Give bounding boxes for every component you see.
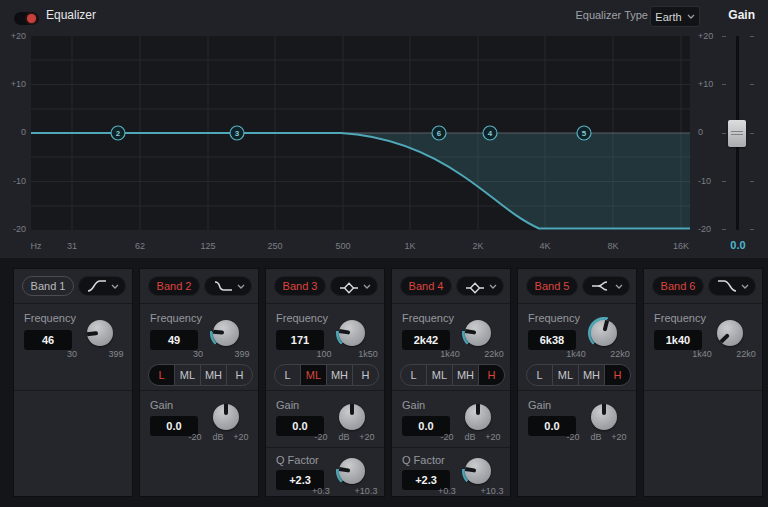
band-2-frequency-knob[interactable] — [210, 317, 242, 349]
equalizer-enable-toggle[interactable] — [14, 12, 39, 25]
knob-min-label: 1k40 — [687, 349, 717, 359]
band-2-shape-dropdown[interactable] — [204, 276, 252, 296]
band-4-button[interactable]: Band 4 — [400, 276, 452, 296]
y-tick-label: -10 — [2, 176, 26, 186]
panel-title: Equalizer — [46, 8, 96, 22]
band-2-button[interactable]: Band 2 — [148, 276, 200, 296]
frequency-label: Frequency — [402, 312, 454, 324]
gain-label: Gain — [528, 399, 551, 411]
gain-fader-handle[interactable] — [728, 120, 746, 147]
band-1-frequency-knob[interactable] — [84, 317, 116, 349]
range-ml-button[interactable]: ML — [552, 365, 578, 385]
range-mh-button[interactable]: MH — [200, 365, 226, 385]
band-2-gain-knob[interactable] — [210, 401, 242, 433]
knob-min-label: 30 — [183, 349, 213, 359]
q-factor-label: Q Factor — [402, 454, 445, 466]
band-4-handle[interactable]: 4 — [483, 126, 497, 140]
band-5-frequency-knob[interactable] — [588, 317, 620, 349]
x-tick-label: Hz — [16, 241, 56, 251]
band-5-handle[interactable]: 5 — [577, 126, 591, 140]
band-4-shape-dropdown[interactable] — [456, 276, 504, 296]
band-5-range-buttons: L ML MH H — [526, 364, 631, 386]
band-3-panel: Band 3 Frequency 171 100 1k50 — [265, 268, 385, 497]
band-4-q-knob[interactable] — [462, 455, 494, 487]
x-tick-label: 125 — [188, 241, 228, 251]
band-4-gain-knob[interactable] — [462, 401, 494, 433]
band-6-frequency-knob[interactable] — [714, 317, 746, 349]
frequency-label: Frequency — [24, 312, 76, 324]
knob-max-label: +10.3 — [351, 486, 381, 496]
band-2-frequency-value[interactable]: 49 — [150, 330, 198, 350]
range-ml-button[interactable]: ML — [426, 365, 452, 385]
knob-max-label: +20 — [604, 432, 634, 442]
x-tick-label: 4K — [525, 241, 565, 251]
range-h-button[interactable]: H — [352, 365, 378, 385]
knob-max-label: +10.3 — [477, 486, 507, 496]
svg-text:6: 6 — [437, 129, 442, 138]
knob-min-label: +0.3 — [432, 486, 462, 496]
range-l-button[interactable]: L — [275, 365, 300, 385]
band-2-range-buttons: L ML MH H — [148, 364, 253, 386]
top-bar: Equalizer Equalizer Type Earth Gain — [0, 0, 768, 30]
band-2-handle[interactable]: 2 — [111, 126, 125, 140]
band-6-shape-dropdown[interactable] — [708, 276, 756, 296]
y-tick-label: +20 — [2, 31, 26, 41]
band-1-frequency-value[interactable]: 46 — [24, 330, 72, 350]
range-mh-button[interactable]: MH — [452, 365, 478, 385]
band-2-panel: Band 2 Frequency 49 30 399 — [139, 268, 259, 497]
equalizer-window: Equalizer Equalizer Type Earth Gain +20 … — [0, 0, 768, 507]
fader-scale-label: -20 — [698, 224, 722, 234]
equalizer-type-dropdown[interactable]: Earth — [650, 6, 700, 27]
fader-scale-label: +10 — [698, 79, 722, 89]
band-3-shape-dropdown[interactable] — [330, 276, 378, 296]
band-5-shape-dropdown[interactable] — [582, 276, 630, 296]
range-l-button[interactable]: L — [149, 365, 174, 385]
graph-section: Equalizer Equalizer Type Earth Gain +20 … — [0, 0, 768, 258]
x-tick-label: 500 — [323, 241, 363, 251]
gain-fader-value[interactable]: 0.0 — [722, 239, 754, 251]
knob-min-label: 30 — [57, 349, 87, 359]
range-l-button[interactable]: L — [527, 365, 552, 385]
eq-response-plot: 2 3 6 4 5 — [31, 36, 690, 230]
low-pass-icon — [716, 278, 738, 294]
range-ml-button[interactable]: ML — [174, 365, 200, 385]
range-mh-button[interactable]: MH — [326, 365, 352, 385]
y-tick-label: -20 — [2, 224, 26, 234]
range-ml-button[interactable]: ML — [300, 365, 326, 385]
band-3-frequency-knob[interactable] — [336, 317, 368, 349]
band-3-q-knob[interactable] — [336, 455, 368, 487]
gain-column-title: Gain — [728, 8, 755, 22]
band-4-frequency-value[interactable]: 2k42 — [402, 330, 450, 350]
bell-icon — [464, 278, 486, 294]
range-h-button[interactable]: H — [226, 365, 252, 385]
bands-section: Band 1 Frequency 46 30 399 — [0, 258, 768, 507]
band-5-button[interactable]: Band 5 — [526, 276, 578, 296]
range-l-button[interactable]: L — [401, 365, 426, 385]
fader-scale-label: 0 — [698, 127, 722, 137]
band-4-frequency-knob[interactable] — [462, 317, 494, 349]
band-3-button[interactable]: Band 3 — [274, 276, 326, 296]
knob-max-label: +20 — [226, 432, 256, 442]
low-shelf-icon — [212, 278, 234, 294]
band-6-handle[interactable]: 6 — [432, 126, 446, 140]
knob-max-label: 399 — [101, 349, 131, 359]
knob-max-label: 22k0 — [605, 349, 635, 359]
knob-max-label: 399 — [227, 349, 257, 359]
high-shelf-icon — [590, 278, 612, 294]
svg-text:3: 3 — [235, 129, 240, 138]
range-h-button[interactable]: H — [478, 365, 504, 385]
band-6-panel: Band 6 Frequency 1k40 1k40 22 — [643, 268, 763, 497]
band-1-shape-dropdown[interactable] — [78, 276, 126, 296]
range-mh-button[interactable]: MH — [578, 365, 604, 385]
x-tick-label: 8K — [593, 241, 633, 251]
band-3-gain-knob[interactable] — [336, 401, 368, 433]
band-3-frequency-value[interactable]: 171 — [276, 330, 324, 350]
band-6-frequency-value[interactable]: 1k40 — [654, 330, 702, 350]
range-h-button[interactable]: H — [604, 365, 630, 385]
band-5-gain-knob[interactable] — [588, 401, 620, 433]
band-1-button[interactable]: Band 1 — [22, 276, 74, 296]
band-3-handle[interactable]: 3 — [230, 126, 244, 140]
band-5-frequency-value[interactable]: 6k38 — [528, 330, 576, 350]
fader-scale-label: +20 — [698, 31, 722, 41]
band-6-button[interactable]: Band 6 — [652, 276, 704, 296]
